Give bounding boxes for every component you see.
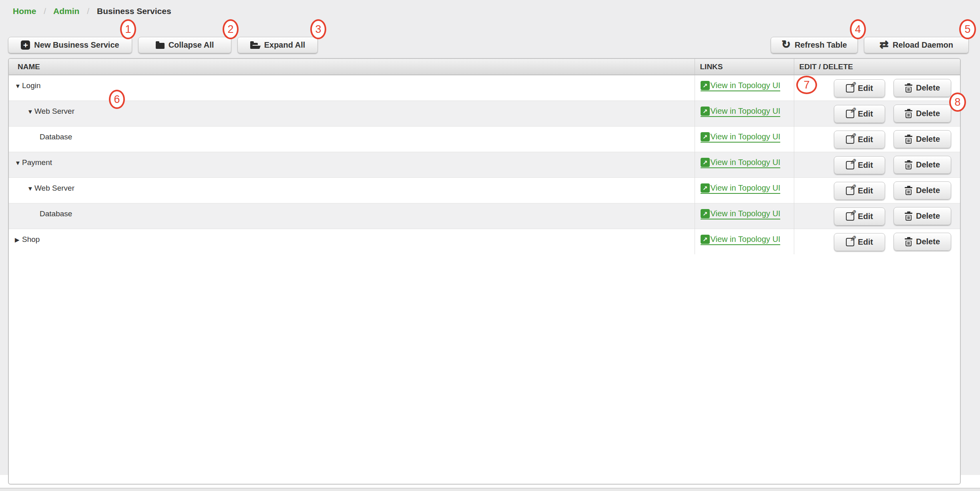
name-cell: Database [9, 203, 695, 229]
button-label: Edit [858, 212, 873, 221]
refresh-icon: ↻ [781, 39, 791, 50]
button-label: Delete [916, 186, 940, 195]
links-cell: ↗View in Topology UI [695, 75, 794, 101]
edit-button[interactable]: ✎ Edit [834, 79, 885, 97]
caret-icon[interactable]: ▶ [15, 236, 22, 243]
button-label: Expand All [264, 40, 305, 50]
edit-delete-cell: ✎ Edit Delete [794, 203, 960, 229]
button-label: Delete [916, 211, 940, 221]
delete-button[interactable]: Delete [894, 207, 951, 225]
button-label: Delete [916, 237, 940, 246]
edit-delete-cell: ✎ Edit Delete [794, 152, 960, 177]
link-label: View in Topology UI [711, 183, 781, 193]
view-in-topology-link[interactable]: ↗View in Topology UI [701, 183, 781, 194]
table-row: ▼Web Server ↗View in Topology UI ✎ Edit … [9, 177, 960, 203]
table-row: Database ↗View in Topology UI ✎ Edit Del… [9, 203, 960, 229]
trash-icon [905, 83, 912, 93]
breadcrumb-separator: / [44, 6, 46, 16]
annotation-circle-3: 3 [310, 19, 326, 39]
refresh-table-button[interactable]: ↻ Refresh Table [771, 37, 858, 53]
edit-pencil-icon: ✎ [846, 187, 854, 195]
delete-button[interactable]: Delete [894, 181, 951, 199]
annotation-circle-6: 6 [109, 90, 125, 109]
breadcrumb-current-page: Business Services [97, 6, 171, 16]
view-in-topology-link[interactable]: ↗View in Topology UI [701, 235, 781, 245]
reload-daemon-button[interactable]: ⇄ Reload Daemon [864, 37, 969, 53]
link-label: View in Topology UI [711, 81, 781, 90]
service-name-label: Payment [22, 158, 52, 167]
button-label: New Business Service [34, 40, 119, 50]
delete-button[interactable]: Delete [894, 156, 951, 174]
external-link-icon: ↗ [701, 81, 710, 90]
delete-button[interactable]: Delete [894, 79, 951, 97]
view-in-topology-link[interactable]: ↗View in Topology UI [701, 107, 781, 117]
toolbar: + New Business Service Collapse All Expa… [8, 37, 969, 53]
button-label: Collapse All [169, 40, 214, 50]
view-in-topology-link[interactable]: ↗View in Topology UI [701, 81, 781, 91]
external-link-icon: ↗ [701, 235, 710, 244]
folder-closed-icon [156, 43, 165, 49]
button-label: Edit [858, 237, 873, 247]
link-label: View in Topology UI [711, 235, 781, 244]
caret-icon[interactable]: ▼ [27, 108, 34, 115]
edit-button[interactable]: ✎ Edit [834, 156, 885, 174]
annotation-circle-2: 2 [223, 19, 239, 39]
view-in-topology-link[interactable]: ↗View in Topology UI [701, 209, 781, 219]
breadcrumb-home-link[interactable]: Home [13, 6, 36, 16]
trash-icon [905, 186, 912, 195]
breadcrumb-admin-link[interactable]: Admin [53, 6, 79, 16]
service-name-label: Login [22, 81, 41, 90]
expand-all-button[interactable]: Expand All [237, 37, 318, 53]
reload-daemon-icon: ⇄ [880, 39, 889, 50]
caret-icon[interactable]: ▼ [27, 185, 34, 192]
delete-button[interactable]: Delete [894, 105, 951, 123]
name-cell: Database [9, 126, 695, 152]
service-name-label: Database [40, 133, 72, 141]
table-row: ▼Web Server ↗View in Topology UI ✎ Edit … [9, 101, 960, 126]
link-label: View in Topology UI [711, 209, 781, 218]
edit-pencil-icon: ✎ [846, 110, 854, 118]
external-link-icon: ↗ [701, 158, 710, 167]
trash-icon [905, 160, 912, 169]
links-cell: ↗View in Topology UI [695, 229, 794, 254]
caret-icon[interactable]: ▼ [15, 83, 22, 89]
delete-button[interactable]: Delete [894, 130, 951, 148]
annotation-circle-5: 5 [959, 19, 976, 39]
table-row: Database ↗View in Topology UI ✎ Edit Del… [9, 126, 960, 152]
breadcrumb-separator: / [87, 6, 89, 16]
button-label: Refresh Table [795, 40, 847, 50]
button-label: Reload Daemon [893, 40, 953, 50]
trash-icon [905, 109, 912, 118]
link-label: View in Topology UI [711, 107, 781, 116]
table-header-row: NAME LINKS EDIT / DELETE [9, 59, 960, 75]
service-name-label: Web Server [34, 107, 74, 115]
edit-pencil-icon: ✎ [846, 161, 854, 169]
edit-button[interactable]: ✎ Edit [834, 233, 885, 251]
view-in-topology-link[interactable]: ↗View in Topology UI [701, 132, 781, 143]
new-business-service-button[interactable]: + New Business Service [8, 37, 132, 53]
table-row: ▼Login ↗View in Topology UI ✎ Edit Delet… [9, 75, 960, 101]
name-cell: ▼Web Server [9, 177, 695, 203]
edit-button[interactable]: ✎ Edit [834, 105, 885, 123]
caret-icon[interactable]: ▼ [15, 159, 22, 166]
edit-button[interactable]: ✎ Edit [834, 131, 885, 149]
button-label: Delete [916, 160, 940, 169]
edit-button[interactable]: ✎ Edit [834, 207, 885, 225]
collapse-all-button[interactable]: Collapse All [138, 37, 231, 53]
edit-pencil-icon: ✎ [846, 238, 854, 246]
button-label: Edit [858, 161, 873, 170]
annotation-circle-1: 1 [120, 19, 136, 39]
edit-delete-cell: ✎ Edit Delete [794, 229, 960, 254]
delete-button[interactable]: Delete [894, 233, 951, 251]
column-header-name: NAME [9, 59, 695, 75]
button-label: Delete [916, 109, 940, 118]
plus-square-icon: + [21, 40, 30, 50]
edit-button[interactable]: ✎ Edit [834, 182, 885, 200]
name-cell: ▶Shop [9, 229, 695, 254]
view-in-topology-link[interactable]: ↗View in Topology UI [701, 158, 781, 168]
column-header-links: LINKS [695, 59, 794, 75]
table-body: ▼Login ↗View in Topology UI ✎ Edit Delet… [9, 75, 960, 254]
service-name-label: Shop [22, 235, 40, 243]
breadcrumb: Home / Admin / Business Services [13, 6, 171, 16]
trash-icon [905, 211, 912, 221]
